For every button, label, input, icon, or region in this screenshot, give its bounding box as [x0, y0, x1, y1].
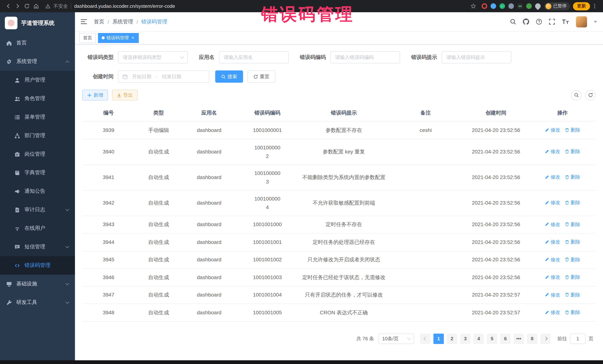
edit-link[interactable]: 修改: [545, 308, 560, 317]
tag-close-icon[interactable]: [131, 36, 135, 40]
sidebar-item-menu[interactable]: 菜单管理: [0, 108, 75, 126]
edit-link[interactable]: 修改: [545, 199, 560, 207]
delete-link[interactable]: 删除: [565, 308, 580, 317]
error-type-label: 错误码类型: [82, 54, 114, 61]
delete-link[interactable]: 删除: [565, 199, 580, 207]
browser-back-icon[interactable]: [4, 1, 13, 11]
browser-update-button[interactable]: 更新: [573, 2, 590, 10]
sidebar-item-dict[interactable]: 字典管理: [0, 164, 75, 182]
next-page-button[interactable]: [540, 333, 551, 344]
breadcrumb-home[interactable]: 首页: [94, 18, 104, 25]
delete-link[interactable]: 删除: [565, 273, 580, 281]
browser-reload-icon[interactable]: [22, 1, 32, 11]
browser-forward-icon[interactable]: [13, 1, 22, 11]
prev-page-button[interactable]: [420, 333, 430, 344]
app-logo[interactable]: 芋道管理系统: [0, 12, 75, 34]
avatar-caret-icon[interactable]: [594, 21, 597, 23]
bookmark-star-icon[interactable]: [469, 1, 478, 11]
edit-link[interactable]: 修改: [545, 273, 560, 281]
table-row: 3939手动编辑dashboard1001000001参数配置不存在ceshi2…: [82, 121, 596, 139]
reset-button[interactable]: 重置: [247, 70, 275, 83]
page-more-button[interactable]: •••: [514, 333, 524, 344]
cell-operations: 修改删除: [529, 190, 596, 216]
delete-link[interactable]: 删除: [565, 290, 580, 299]
table-row: 3948自动生成dashboard1001001005CRON 表达式不正确20…: [82, 304, 596, 321]
drop-extension-icon[interactable]: [491, 3, 496, 9]
edit-link[interactable]: 修改: [545, 147, 560, 156]
sidebar-item-error-code[interactable]: 错误码管理: [0, 256, 75, 275]
sidebar-item-sms[interactable]: 短信管理: [0, 238, 75, 256]
people-extension-icon[interactable]: [508, 3, 514, 9]
sidebar-item-role[interactable]: 角色管理: [0, 89, 75, 108]
app-name-input[interactable]: [219, 51, 289, 63]
sidebar-item-system[interactable]: 系统管理: [0, 52, 75, 71]
tag-home[interactable]: 首页: [79, 33, 96, 43]
breadcrumb-system[interactable]: 系统管理: [112, 18, 133, 25]
error-type-select[interactable]: 请选择错误码类型: [118, 51, 188, 63]
font-size-icon[interactable]: [562, 19, 569, 25]
edit-link[interactable]: 修改: [545, 220, 560, 229]
browser-home-icon[interactable]: [32, 1, 41, 11]
docs-question-icon[interactable]: [536, 19, 542, 25]
delete-link[interactable]: 删除: [565, 255, 580, 264]
page-button-5[interactable]: 5: [487, 333, 497, 344]
sidebar-item-audit-log[interactable]: 审计日志: [0, 200, 75, 219]
sidebar-item-home[interactable]: 首页: [0, 34, 75, 52]
cell-time: 2021-04-20 23:52:57: [463, 286, 530, 304]
github-icon[interactable]: [523, 19, 529, 25]
record-extension-icon[interactable]: [482, 3, 487, 9]
page-button-3[interactable]: 3: [460, 333, 471, 344]
filter-error-hint: 错误码提示: [411, 51, 511, 63]
page-button-1[interactable]: 1: [433, 333, 444, 344]
tag-error-code[interactable]: 错误码管理: [98, 33, 139, 43]
search-button[interactable]: 搜索: [215, 70, 243, 83]
edit-link[interactable]: 修改: [545, 126, 560, 134]
delete-link[interactable]: 删除: [565, 126, 580, 134]
delete-link[interactable]: 删除: [565, 147, 580, 156]
page-button-8[interactable]: 8: [527, 333, 537, 344]
page-button-6[interactable]: 6: [500, 333, 510, 344]
sidebar-item-online-user[interactable]: 在线用户: [0, 219, 75, 238]
sidebar-toggle-icon[interactable]: [81, 19, 87, 24]
chevron-down-icon: [66, 207, 69, 211]
toggle-search-button[interactable]: [571, 90, 581, 100]
date-range-picker[interactable]: 开始日期 - 结束日期: [118, 70, 209, 83]
edit-link[interactable]: 修改: [545, 173, 560, 181]
cell-type: 自动生成: [135, 233, 182, 251]
export-button[interactable]: 导出: [112, 90, 138, 100]
page-size-select[interactable]: 10条/页: [379, 333, 414, 344]
extensions-row: ✓on: [482, 3, 541, 9]
edit-link[interactable]: 修改: [545, 290, 560, 299]
sidebar-item-post[interactable]: 岗位管理: [0, 145, 75, 164]
browser-menu-icon[interactable]: [590, 1, 599, 11]
delete-link[interactable]: 删除: [565, 238, 580, 246]
leaf-extension-icon[interactable]: [526, 3, 532, 9]
address-bar[interactable]: 不安全 dashboard.yudao.iocoder.cn/system/er…: [45, 3, 469, 10]
delete-link[interactable]: 删除: [565, 173, 580, 181]
user-avatar[interactable]: [576, 16, 587, 27]
error-code-input[interactable]: [330, 51, 400, 63]
sidebar-item-dev-tools[interactable]: 研发工具: [0, 293, 75, 312]
add-button[interactable]: 新增: [82, 90, 108, 100]
edit-link[interactable]: 修改: [545, 255, 560, 264]
sidebar-item-infra[interactable]: 基础设施: [0, 275, 75, 293]
fullscreen-icon[interactable]: [549, 19, 555, 25]
table-row: 3944自动生成dashboard1001001001定时任务的处理器已经存在2…: [82, 233, 596, 251]
column-header: 应用名: [182, 105, 236, 121]
page-button-4[interactable]: 4: [474, 333, 484, 344]
cell-time: 2021-04-20 23:52:56: [463, 121, 530, 139]
page-button-2[interactable]: 2: [447, 333, 457, 344]
delete-link[interactable]: 删除: [565, 220, 580, 229]
on-badge-extension-icon[interactable]: on: [517, 3, 523, 9]
refresh-table-button[interactable]: [585, 90, 596, 100]
pin-extension-icon[interactable]: [534, 2, 542, 10]
error-hint-input[interactable]: [441, 51, 511, 63]
goto-page-input[interactable]: [570, 333, 586, 344]
edit-link[interactable]: 修改: [545, 238, 560, 246]
search-icon[interactable]: [510, 19, 516, 25]
sidebar-item-dept[interactable]: 部门管理: [0, 126, 75, 145]
sidebar-item-user[interactable]: 用户管理: [0, 71, 75, 89]
check-extension-icon[interactable]: ✓: [499, 3, 505, 9]
sidebar-item-notice[interactable]: 通知公告: [0, 182, 75, 200]
browser-profile-chip[interactable]: 已暂停: [544, 2, 570, 10]
